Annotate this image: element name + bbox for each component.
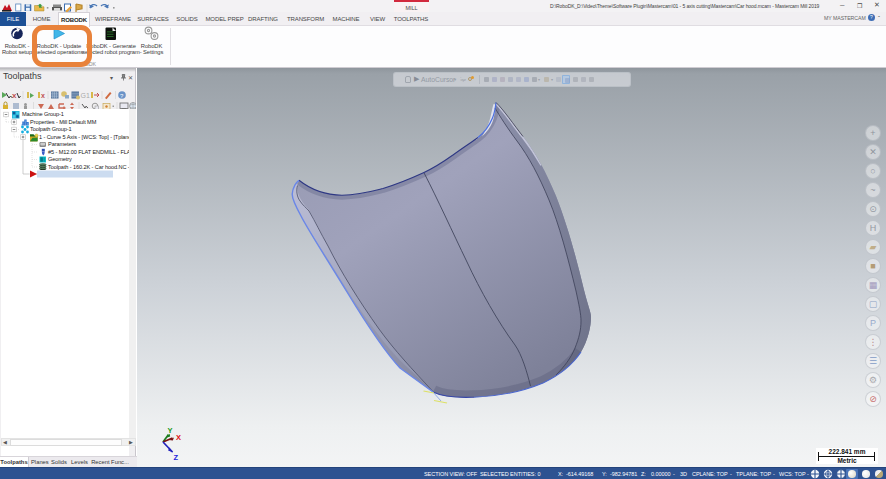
svg-text:X: X bbox=[176, 433, 181, 442]
svg-text:Y: Y bbox=[168, 426, 173, 435]
svg-text:Z: Z bbox=[174, 453, 179, 462]
